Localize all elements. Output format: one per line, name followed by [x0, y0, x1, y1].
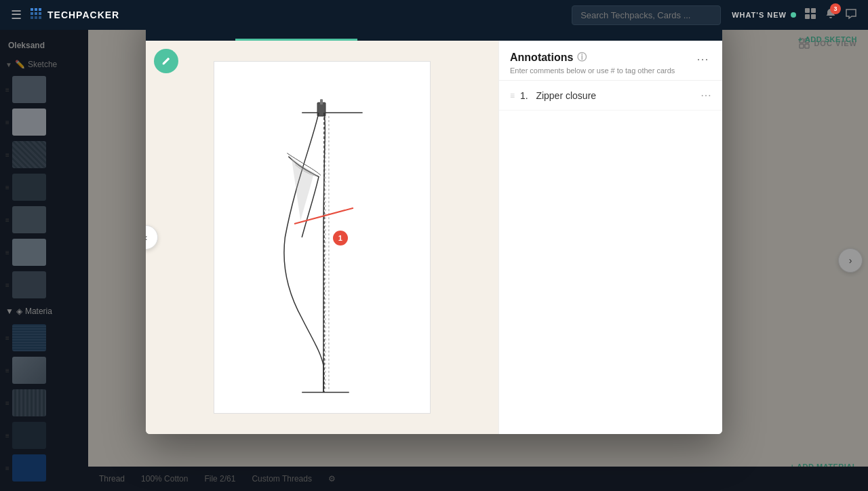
svg-rect-6 [31, 16, 33, 19]
top-navbar: ☰ TECHPACKER WHAT'S NEW [0, 0, 868, 30]
annotations-title-text: Annotations [510, 52, 573, 64]
brand-name: TECHPACKER [47, 9, 572, 20]
annotation-marker-1[interactable]: 1 [333, 231, 348, 246]
whats-new-label: WHAT'S NEW [732, 11, 787, 19]
svg-rect-10 [811, 8, 816, 13]
annotation-number: 1. [520, 90, 528, 101]
image-panel: ‹ [146, 41, 498, 434]
chat-icon[interactable] [845, 7, 857, 23]
svg-rect-3 [31, 12, 33, 15]
svg-rect-2 [39, 8, 41, 11]
info-icon[interactable]: ⓘ [577, 52, 587, 64]
svg-rect-8 [39, 16, 41, 19]
annotations-panel: Annotations ⓘ Enter comments below or us… [498, 41, 722, 434]
drag-handle-icon[interactable]: ≡ [510, 91, 515, 100]
svg-rect-4 [35, 12, 37, 15]
svg-rect-7 [35, 16, 37, 19]
annotations-title-area: Annotations ⓘ Enter comments below or us… [510, 52, 694, 75]
svg-rect-9 [805, 8, 810, 13]
annotation-value: Zipper closure [536, 90, 596, 101]
modal: CARD COVER IMAGE & ANNOTATIONS KEYWORDS … [146, 7, 722, 434]
annotation-item-1: ≡ 1. Zipper closure ⋯ [499, 81, 722, 111]
svg-rect-1 [35, 8, 37, 11]
annotations-subtitle: Enter comments below or use # to tag oth… [510, 66, 694, 75]
svg-rect-0 [31, 8, 33, 11]
search-input[interactable] [572, 5, 721, 25]
svg-rect-5 [39, 12, 41, 15]
logo-icon [30, 7, 42, 23]
whats-new-button[interactable]: WHAT'S NEW [732, 11, 796, 19]
svg-rect-24 [320, 99, 323, 104]
sketch-image: 1 [214, 61, 431, 414]
left-chevron-icon: ‹ [146, 232, 147, 243]
grid-icon[interactable] [804, 7, 816, 23]
notification-icon[interactable]: 3 [825, 7, 837, 23]
edit-fab-button[interactable] [154, 49, 178, 73]
whats-new-dot [791, 12, 796, 18]
annotation-item-menu-button[interactable]: ⋯ [701, 89, 711, 102]
annotations-title: Annotations ⓘ [510, 52, 694, 64]
annotations-header: Annotations ⓘ Enter comments below or us… [499, 41, 722, 81]
hamburger-icon[interactable]: ☰ [11, 7, 22, 22]
nav-icons: 3 [804, 7, 857, 23]
prev-arrow[interactable]: ‹ [146, 225, 158, 250]
notification-badge: 3 [830, 3, 841, 14]
annotation-text-1: 1. Zipper closure [520, 90, 701, 101]
svg-rect-12 [811, 14, 816, 19]
svg-rect-11 [805, 14, 810, 19]
annotations-menu-button[interactable]: ⋯ [694, 52, 711, 66]
modal-body: ‹ [146, 41, 722, 434]
modal-overlay: CARD COVER IMAGE & ANNOTATIONS KEYWORDS … [0, 0, 868, 491]
